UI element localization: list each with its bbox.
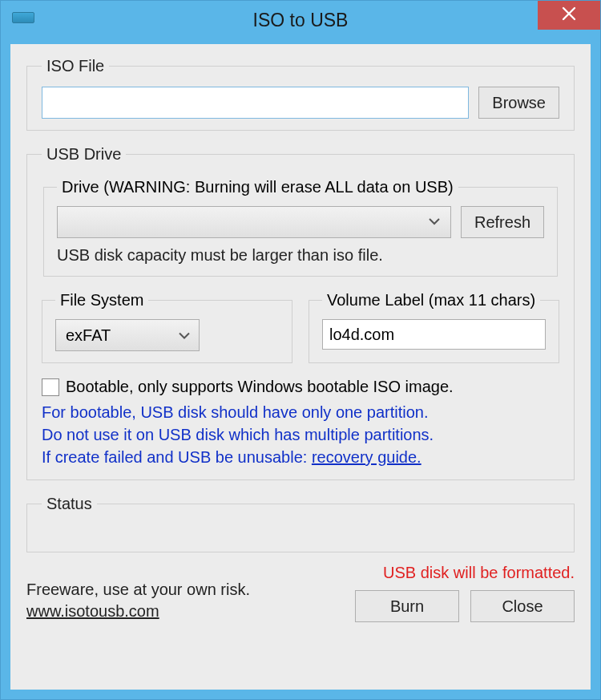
- volume-label-input[interactable]: [322, 319, 546, 350]
- hint-line-1: For bootable, USB disk should have only …: [42, 401, 559, 423]
- filesystem-legend: File System: [55, 291, 148, 310]
- close-icon: [562, 6, 576, 24]
- iso-file-legend: ISO File: [42, 57, 109, 75]
- drive-select[interactable]: [57, 206, 451, 238]
- volume-label-legend: Volume Label (max 11 chars): [322, 291, 540, 310]
- burn-button[interactable]: Burn: [355, 590, 459, 622]
- volume-label-group: Volume Label (max 11 chars): [309, 291, 559, 363]
- client-area: ISO File Browse USB Drive Drive (WARNING…: [10, 44, 591, 690]
- titlebar[interactable]: ISO to USB: [1, 1, 600, 39]
- drive-subgroup: Drive (WARNING: Burning will erase ALL d…: [43, 178, 558, 277]
- usb-drive-group: USB Drive Drive (WARNING: Burning will e…: [26, 145, 575, 480]
- app-icon: [12, 12, 34, 23]
- status-group: Status: [26, 495, 575, 552]
- app-window: ISO to USB ISO File Browse USB Drive Dri…: [0, 0, 601, 700]
- recovery-guide-link[interactable]: recovery guide.: [312, 448, 422, 466]
- filesystem-value: exFAT: [66, 326, 111, 345]
- iso-path-input[interactable]: [42, 87, 469, 119]
- hint-line-3: If create failed and USB be unusable: re…: [42, 446, 559, 468]
- footer-left: Freeware, use at your own risk. www.isot…: [26, 579, 250, 622]
- filesystem-group: File System exFAT: [42, 291, 292, 363]
- window-title: ISO to USB: [253, 10, 349, 31]
- capacity-note: USB disk capacity must be larger than is…: [57, 246, 544, 265]
- usb-drive-legend: USB Drive: [42, 145, 126, 164]
- format-warning: USB disk will be formatted.: [355, 564, 575, 582]
- chevron-down-icon: [428, 215, 441, 229]
- refresh-button[interactable]: Refresh: [461, 206, 544, 238]
- bootable-hint: For bootable, USB disk should have only …: [42, 401, 559, 468]
- freeware-notice: Freeware, use at your own risk.: [26, 579, 250, 601]
- status-legend: Status: [42, 495, 97, 513]
- chevron-down-icon: [178, 326, 191, 345]
- website-link[interactable]: www.isotousb.com: [26, 602, 159, 620]
- bootable-label: Bootable, only supports Windows bootable…: [66, 378, 454, 396]
- close-button[interactable]: Close: [470, 590, 575, 622]
- bootable-checkbox[interactable]: [42, 378, 59, 396]
- filesystem-select[interactable]: exFAT: [55, 319, 200, 351]
- footer: Freeware, use at your own risk. www.isot…: [26, 564, 575, 622]
- drive-warning-legend: Drive (WARNING: Burning will erase ALL d…: [57, 178, 458, 196]
- window-close-button[interactable]: [538, 1, 600, 30]
- hint-line-2: Do not use it on USB disk which has mult…: [42, 423, 559, 446]
- browse-button[interactable]: Browse: [478, 87, 559, 119]
- iso-file-group: ISO File Browse: [26, 57, 575, 131]
